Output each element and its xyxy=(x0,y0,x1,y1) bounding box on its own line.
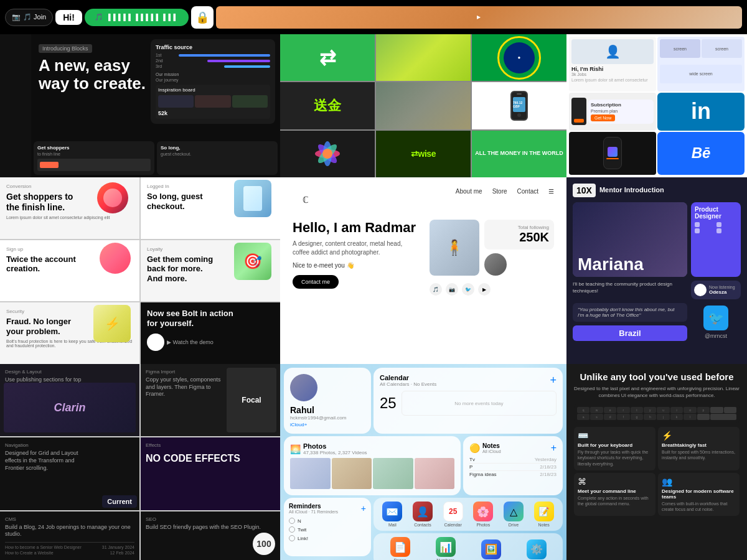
design-tools-grid: Design & Layout Use publishing sections … xyxy=(0,364,280,560)
ios-preview: Rahul hckmstr1994@gmail.com iCloud+ Cale… xyxy=(280,364,566,560)
video-icon: 📷 xyxy=(12,13,21,21)
linkedin-box: in xyxy=(657,93,745,131)
tool-sub: Designed to the last pixel and engineere… xyxy=(574,385,740,399)
spotify-bar[interactable]: 🎵 ▌▌▌▌▌ ▌▌▌▌▌ ▌▌▌ xyxy=(85,9,189,26)
wise-money-text-cell: ALL THE MONEY IN THE WORLD xyxy=(472,131,566,177)
bolt-cell-security: Security Fraud. No longer your problem. … xyxy=(0,302,139,364)
wise-kanji-cell: 送金 xyxy=(280,82,375,129)
wise-photo-cell xyxy=(376,82,471,129)
screenshots-panel: 👤 Hi, I'm Rishi 3k Jobs Lorem ipsum dolo… xyxy=(566,34,747,177)
left-sidebar xyxy=(0,34,31,177)
tool-features: ⌨️ Built for your keyboard Fly through y… xyxy=(574,427,740,515)
music-wave-icon: 🎵 xyxy=(95,13,103,21)
quote-box: "You probably don't know this about me, … xyxy=(573,303,687,322)
portfolio-panel: ℂ About me Store Contact ☰ Hello, I am R… xyxy=(280,177,566,364)
mentor-badge: 10X Mentor Introduction xyxy=(573,184,741,197)
contact-button[interactable]: Contact me xyxy=(293,275,339,289)
portfolio-logo: ℂ xyxy=(303,195,309,205)
bolt-cell-signup: Sign up Twice the account creation. xyxy=(0,240,139,302)
bolt-cell-demo: Now see Bolt in action for yourself. ▶ ▶… xyxy=(141,302,280,364)
top-banner-image: ▶ xyxy=(216,6,742,29)
country-badge: Brazil xyxy=(573,325,687,341)
main-grid: 📷 🎵 Join Hi! 🎵 ▌▌▌▌▌ ▌▌▌▌▌ ▌▌▌ 🔒 ▶ Intro… xyxy=(0,0,747,560)
dark-design-panel: Introducing Blocks A new, easy way to cr… xyxy=(31,34,280,177)
wise-grid: ⇄ ● 送金 760.12 GBP xyxy=(280,34,566,177)
bolt-cell-conversion: Conversion Get shoppers to the finish li… xyxy=(0,177,139,239)
behance-box: Bē xyxy=(657,132,745,175)
wise-phone-cell: 760.12 GBP xyxy=(472,82,566,129)
top-bar: 📷 🎵 Join Hi! 🎵 ▌▌▌▌▌ ▌▌▌▌▌ ▌▌▌ 🔒 ▶ xyxy=(0,0,747,34)
wise-flower-cell xyxy=(280,131,375,177)
bolt-cell-loyalty: Loyalty Get them coming back for more. A… xyxy=(141,240,280,302)
tool-headline: Unlike any tool you've used before xyxy=(574,371,740,383)
lock-box[interactable]: 🔒 xyxy=(191,6,214,29)
join-pill[interactable]: 📷 🎵 Join xyxy=(5,9,53,26)
bolt-cells-grid: Conversion Get shoppers to the finish li… xyxy=(0,177,280,364)
bottom-mini-cards: Get shoppers to finish line So long, gue… xyxy=(31,139,280,177)
design-cell-seo: SEO Build SEO friendly pages with the SE… xyxy=(141,511,280,560)
portfolio-social: 🎵 📷 🐦 ▶ xyxy=(430,283,554,296)
mariana-card: 10X Mentor Introduction Mariana Product … xyxy=(566,177,747,364)
wise-logo2-cell: ⇄wise xyxy=(376,131,471,177)
traffic-panel: Traffic source 1st 2nd 3rd Our mission O… xyxy=(151,39,275,124)
wise-lime-cell xyxy=(376,34,471,81)
tool-promo-panel: Unlike any tool you've used before Desig… xyxy=(566,364,747,560)
design-cell-figma: Figma Import Copy your styles, component… xyxy=(141,364,280,436)
wise-logo-cell: ⇄ xyxy=(280,34,375,81)
design-cell-nav: Navigation Designed for Grid and Layout … xyxy=(0,437,139,510)
lock-icon: 🔒 xyxy=(195,11,209,24)
bolt-cell-logged-in: Logged In So long, guest checkout. xyxy=(141,177,280,239)
design-cell-layout: Design & Layout Use publishing sections … xyxy=(0,364,139,436)
design-cell-cms: CMS Build a Blog, 24 Job openings to man… xyxy=(0,511,139,560)
portfolio-content: Hello, I am Radmar A designer, content c… xyxy=(293,220,554,296)
twitter-handle: @mrncst xyxy=(705,333,727,339)
introducing-badge: Introducing Blocks xyxy=(39,44,92,53)
hi-label: Hi! xyxy=(55,10,82,25)
portfolio-right: 🧍 Total following 250K xyxy=(430,220,554,296)
design-cell-effects: Effects NO CODE EFFECTS xyxy=(141,437,280,510)
brazil-flag-cell: ● xyxy=(472,34,566,81)
portfolio-nav: About me Store Contact ☰ xyxy=(456,188,554,195)
